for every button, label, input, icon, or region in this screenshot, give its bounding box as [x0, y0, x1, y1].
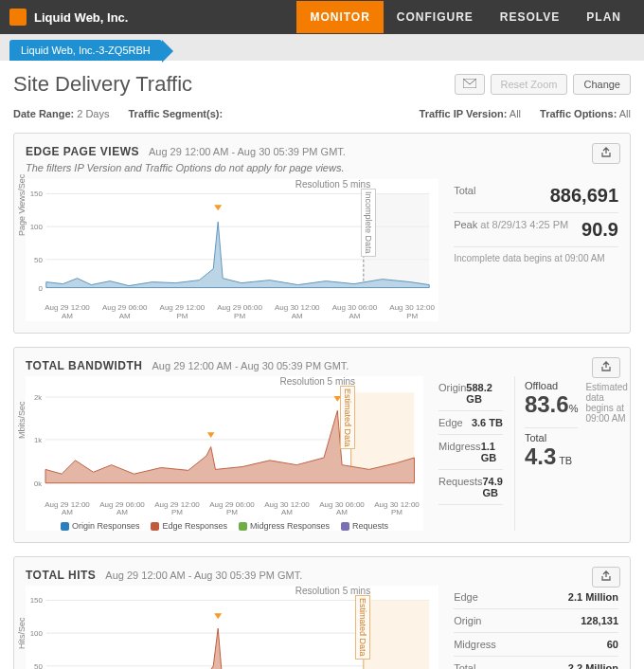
nav-plan[interactable]: PLAN: [573, 1, 635, 33]
bw-total-value: 4.3: [525, 443, 556, 469]
nav-configure[interactable]: CONFIGURE: [384, 1, 487, 33]
page-head: Site Delivery Traffic Reset Zoom Change: [13, 72, 631, 97]
ip-label: Traffic IP Version:: [420, 108, 508, 119]
edge-page-views-chart: 150 100 50 0: [26, 179, 438, 302]
mail-icon: [463, 79, 476, 88]
hits-origin-value: 128,131: [581, 615, 618, 626]
segments-label: Traffic Segment(s):: [129, 108, 224, 119]
svg-text:150: 150: [30, 597, 44, 606]
panel-title: TOTAL HITS: [26, 569, 96, 582]
incomplete-label: Incomplete Data: [361, 189, 376, 257]
brand-icon: [9, 9, 27, 26]
svg-text:0k: 0k: [34, 479, 42, 487]
brand: Liquid Web, Inc.: [9, 9, 128, 26]
svg-text:150: 150: [30, 190, 44, 198]
subtabs: Liquid Web, Inc.-3-ZQ5RBH: [0, 34, 644, 61]
peak-value: 90.9: [581, 219, 618, 241]
date-range-value: 2 Days: [77, 108, 109, 119]
peak-time: 8/29/13 4:25 PM: [492, 219, 569, 230]
reset-zoom-button[interactable]: Reset Zoom: [491, 74, 568, 95]
x-ticks: Aug 29 12:00 AMAug 29 06:00 AMAug 29 12:…: [26, 302, 438, 321]
share-icon: [600, 361, 612, 372]
context-tab[interactable]: Liquid Web, Inc.-3-ZQ5RBH: [9, 40, 162, 61]
stats-pane: Total886,691 Peak at 8/29/13 4:25 PM90.9…: [454, 179, 618, 321]
svg-text:0: 0: [38, 284, 43, 293]
page-title: Site Delivery Traffic: [13, 72, 192, 97]
nav-resolve[interactable]: RESOLVE: [487, 1, 573, 33]
y-axis-label: Mbits/Sec: [17, 402, 27, 440]
hits-midgress-value: 60: [607, 639, 618, 650]
total-label: Total: [454, 185, 475, 207]
y-axis-label: Page Views/Sec: [17, 173, 27, 235]
midgress-value: 1.1 GB: [481, 441, 503, 463]
panel-total-hits: TOTAL HITS Aug 29 12:00 AM - Aug 30 05:3…: [13, 556, 631, 669]
svg-text:2k: 2k: [34, 393, 42, 402]
share-icon: [600, 147, 612, 158]
incomplete-footnote: Incomplete data begins at 09:00 AM: [454, 247, 618, 263]
filter-bar: Date Range: 2 Days Traffic Segment(s): T…: [13, 102, 631, 133]
hits-edge-value: 2.1 Million: [568, 591, 618, 603]
top-nav: MONITOR CONFIGURE RESOLVE PLAN: [296, 1, 635, 33]
estimated-label: Estimated Data: [355, 595, 370, 660]
opts-label: Traffic Options:: [540, 108, 617, 119]
svg-text:100: 100: [30, 629, 44, 638]
panel-edge-page-views: EDGE PAGE VIEWS Aug 29 12:00 AM - Aug 30…: [13, 133, 631, 334]
share-button[interactable]: [592, 143, 620, 164]
panel-subtitle: Aug 29 12:00 AM - Aug 30 05:39 PM GMT.: [149, 146, 346, 157]
panel-subtitle: Aug 29 12:00 AM - Aug 30 05:39 PM GMT.: [105, 570, 302, 581]
svg-marker-11: [214, 205, 222, 210]
share-button[interactable]: [592, 357, 620, 378]
change-button[interactable]: Change: [573, 74, 631, 95]
y-axis-label: Hits/Sec: [17, 617, 27, 649]
svg-text:50: 50: [34, 256, 43, 264]
svg-rect-26: [364, 601, 429, 669]
panel-total-bandwidth: TOTAL BANDWIDTH Aug 29 12:00 AM - Aug 30…: [13, 347, 631, 544]
stats-pane: Edge2.1 Million Origin128,131 Midgress60…: [454, 586, 618, 669]
svg-marker-32: [214, 614, 222, 620]
svg-text:100: 100: [30, 223, 44, 231]
total-value: 886,691: [550, 185, 618, 207]
mail-button[interactable]: [455, 74, 485, 95]
page: Site Delivery Traffic Reset Zoom Change …: [0, 61, 644, 669]
hits-total-value: 2.2 Million: [568, 662, 618, 669]
chart-area[interactable]: Resolution 5 mins Estimated Data Mbits/S…: [26, 376, 423, 532]
svg-marker-20: [207, 432, 215, 438]
topbar: Liquid Web, Inc. MONITOR CONFIGURE RESOL…: [0, 0, 644, 34]
peak-label: Peak: [454, 219, 477, 230]
svg-text:1k: 1k: [34, 435, 42, 443]
chart-area[interactable]: Resolution 5 mins Incomplete Data Page V…: [26, 179, 438, 321]
x-ticks: Aug 29 12:00 AMAug 29 06:00 AMAug 29 12:…: [26, 499, 423, 518]
brand-label: Liquid Web, Inc.: [34, 10, 128, 25]
estimated-footnote: Estimated data begins at 09:00 AM: [585, 376, 627, 532]
requests-value: 74.9 GB: [482, 476, 502, 498]
panel-note: The filters IP Version and Traffic Optio…: [26, 162, 618, 173]
share-button[interactable]: [592, 567, 620, 588]
ip-value: All: [510, 108, 521, 119]
panel-subtitle: Aug 29 12:00 AM - Aug 30 05:39 PM GMT.: [152, 360, 349, 371]
origin-value: 588.2 GB: [466, 382, 503, 405]
chart-area[interactable]: Resolution 5 mins Estimated Data Hits/Se…: [26, 586, 438, 669]
panel-title: EDGE PAGE VIEWS: [26, 145, 139, 158]
offload-value: 83.6: [525, 391, 569, 417]
legend: Origin Responses Edge Responses Midgress…: [26, 517, 423, 531]
date-range-label: Date Range:: [13, 108, 74, 119]
total-bandwidth-chart: 2k 1k 0k: [26, 376, 423, 499]
svg-text:50: 50: [34, 662, 43, 669]
stats-pane: Origin588.2 GB Edge3.6 TB Midgress1.1 GB…: [438, 376, 618, 532]
nav-monitor[interactable]: MONITOR: [296, 1, 383, 33]
edge-value: 3.6 TB: [472, 417, 503, 428]
total-hits-chart: 150 100 50 0: [26, 586, 438, 669]
opts-value: All: [619, 108, 631, 119]
estimated-label: Estimated Data: [340, 386, 355, 450]
panel-title: TOTAL BANDWIDTH: [26, 359, 143, 372]
resolution-badge: Resolution 5 mins: [295, 179, 370, 190]
share-icon: [600, 570, 612, 582]
